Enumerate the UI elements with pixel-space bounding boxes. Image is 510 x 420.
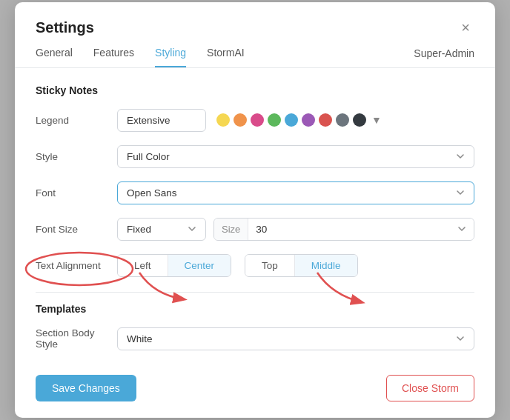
tab-super-admin[interactable]: Super-Admin <box>414 47 474 67</box>
text-alignment-label: Text Alignment <box>36 260 101 271</box>
section-body-style-row: Section Body Style White Light Gray Dark <box>36 325 474 352</box>
font-control: Open Sans Arial Roboto <box>117 181 474 204</box>
style-select[interactable]: Full Color Outline Flat <box>117 145 474 168</box>
dot-red <box>319 113 332 127</box>
size-label-text: Size <box>214 219 248 240</box>
settings-modal: Settings × General Features Styling Stor… <box>15 2 495 418</box>
dot-orange <box>234 113 247 127</box>
style-control: Full Color Outline Flat <box>117 145 474 168</box>
legend-select[interactable]: Extensive Minimal <box>117 109 206 132</box>
modal-close-button[interactable]: × <box>457 19 474 36</box>
templates-section-title: Templates <box>36 303 474 315</box>
fontsize-inner: Fixed Auto Size 30 24 36 <box>117 218 474 241</box>
tab-styling[interactable]: Styling <box>155 47 186 67</box>
text-alignment-control: Left Center Top Middle <box>117 254 474 277</box>
size-input-wrapper: Size 30 24 36 <box>213 218 474 241</box>
dot-purple <box>302 113 315 127</box>
section-body-style-select[interactable]: White Light Gray Dark <box>117 327 474 350</box>
font-label: Font <box>36 187 117 199</box>
font-select[interactable]: Open Sans Arial Roboto <box>117 181 474 204</box>
legend-label: Legend <box>36 115 117 126</box>
align-center-button[interactable]: Center <box>168 255 231 276</box>
fontsize-type-select[interactable]: Fixed Auto <box>117 218 206 241</box>
close-storm-button[interactable]: Close Storm <box>386 375 474 401</box>
style-row: Style Full Color Outline Flat <box>36 143 474 170</box>
align-left-button[interactable]: Left <box>118 255 168 276</box>
legend-control: Extensive Minimal <box>117 109 474 132</box>
section-body-style-label: Section Body Style <box>36 327 117 350</box>
tab-features[interactable]: Features <box>93 47 134 67</box>
templates-section: Templates Section Body Style White Light… <box>36 292 474 352</box>
fontsize-label: Font Size <box>36 224 117 235</box>
dot-yellow <box>216 113 230 127</box>
tab-general[interactable]: General <box>36 47 73 67</box>
legend-row: Legend Extensive Minimal <box>36 107 474 133</box>
horizontal-align-group: Left Center <box>117 254 231 277</box>
color-dots: ▼ <box>216 113 383 127</box>
size-value-select[interactable]: 30 24 36 <box>248 219 474 240</box>
fontsize-control: Fixed Auto Size 30 24 36 <box>117 218 474 241</box>
modal-overlay: Settings × General Features Styling Stor… <box>0 0 510 420</box>
dot-black <box>353 113 366 127</box>
sticky-notes-section-title: Sticky Notes <box>36 84 474 96</box>
section-body-style-control: White Light Gray Dark <box>117 327 474 350</box>
align-top-button[interactable]: Top <box>245 255 295 276</box>
tabs-bar: General Features Styling StormAI Super-A… <box>15 36 495 68</box>
fontsize-row: Font Size Fixed Auto Size 30 24 36 <box>36 216 474 242</box>
text-alignment-row: Text Alignment Left Center Top <box>36 252 474 279</box>
modal-body: Sticky Notes Legend Extensive Minimal <box>15 68 495 352</box>
dot-green <box>268 113 281 127</box>
save-changes-button[interactable]: Save Changes <box>36 375 136 401</box>
text-align-buttons: Left Center Top Middle <box>117 254 474 277</box>
modal-title: Settings <box>36 19 94 36</box>
section-divider <box>36 292 474 293</box>
dot-blue <box>285 113 298 127</box>
dots-dropdown-button[interactable]: ▼ <box>370 114 383 126</box>
dot-pink <box>251 113 264 127</box>
legend-inner: Extensive Minimal <box>117 109 474 132</box>
font-row: Font Open Sans Arial Roboto <box>36 179 474 206</box>
text-alignment-label-wrapper: Text Alignment <box>36 260 117 271</box>
tab-stormai[interactable]: StormAI <box>207 47 245 67</box>
align-middle-button[interactable]: Middle <box>295 255 357 276</box>
modal-footer: Save Changes Close Storm <box>15 361 495 418</box>
modal-header: Settings × <box>15 2 495 36</box>
dot-darkgray <box>336 113 349 127</box>
style-label: Style <box>36 151 117 162</box>
vertical-align-group: Top Middle <box>245 254 358 277</box>
